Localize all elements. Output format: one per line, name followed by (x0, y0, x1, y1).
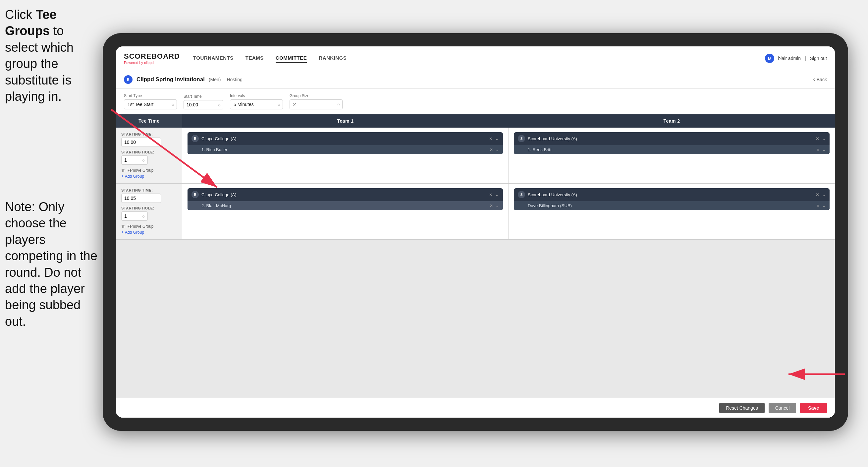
group-2-team2-player-1: Dave Billingham (SUB) ✕ ⌄ (514, 201, 830, 210)
group-1-left: STARTING TIME: STARTING HOLE: 🗑 Remove G… (116, 127, 182, 183)
group-1-team2-player-1-name: 1. Rees Britt (528, 147, 552, 152)
group-2-team1-name: Clippd College (A) (202, 192, 486, 197)
trash-icon: 🗑 (121, 168, 125, 173)
nav-links: TOURNAMENTS TEAMS COMMITTEE RANKINGS (193, 54, 765, 63)
group-2-team2-actions: ✕ ⌄ (816, 192, 826, 197)
nav-separator: | (805, 56, 806, 61)
intervals-select[interactable]: 5 Minutes (230, 99, 283, 109)
player-expand-icon-3[interactable]: ⌄ (496, 204, 499, 208)
group-2-team1-expand-icon[interactable]: ⌄ (495, 192, 499, 197)
player-remove-icon[interactable]: ✕ (490, 147, 493, 152)
group-2-team2-player-1-name: Dave Billingham (SUB) (528, 203, 572, 208)
player-remove-icon-3[interactable]: ✕ (490, 204, 493, 208)
group-2-team2-name: Scoreboard University (A) (528, 192, 813, 197)
group-1-team1-remove-icon[interactable]: ✕ (489, 136, 493, 141)
group-1-time-input[interactable] (121, 138, 161, 147)
nav-rankings[interactable]: RANKINGS (319, 54, 346, 63)
team1-col-header: Team 1 (182, 114, 508, 127)
group-1-team1-player-1: 1. Rich Butler ✕ ⌄ (187, 145, 503, 154)
group-2-actions: 🗑 Remove Group + Add Group (121, 224, 177, 235)
plus-icon-2: + (121, 230, 124, 235)
group-1-team1-header: B Clippd College (A) ✕ ⌄ (187, 132, 503, 145)
player-remove-icon-2[interactable]: ✕ (816, 147, 819, 152)
group-size-select[interactable]: 2 (289, 99, 343, 109)
group-1-actions: 🗑 Remove Group + Add Group (121, 168, 177, 179)
group-1-team2-remove-icon[interactable]: ✕ (816, 136, 819, 141)
group-1-team2-actions: ✕ ⌄ (816, 136, 826, 141)
start-time-label: Start Time (184, 94, 223, 99)
group-2-team1-cell: B Clippd College (A) ✕ ⌄ 2. Blair McHarg… (182, 184, 508, 239)
player-expand-icon[interactable]: ⌄ (496, 147, 499, 152)
group-1-team1-actions: ✕ ⌄ (489, 136, 499, 141)
group-1-team2-name: Scoreboard University (A) (528, 136, 813, 141)
group-2-team1-player-1: 2. Blair McHarg ✕ ⌄ (187, 201, 503, 210)
sub-header: B Clippd Spring Invitational (Men) Hosti… (116, 70, 835, 89)
group-2-team2-card[interactable]: S Scoreboard University (A) ✕ ⌄ Dave Bil… (514, 188, 830, 210)
start-type-label: Start Type (124, 93, 177, 98)
admin-avatar: B (765, 54, 774, 63)
sub-avatar: B (124, 75, 132, 84)
group-1-team2-card[interactable]: S Scoreboard University (A) ✕ ⌄ 1. Rees … (514, 132, 830, 154)
group-1-add-btn[interactable]: + Add Group (121, 174, 177, 179)
plus-icon: + (121, 174, 124, 179)
group-1-time-label: STARTING TIME: (121, 132, 177, 136)
sub-header-left: B Clippd Spring Invitational (Men) Hosti… (124, 75, 243, 84)
group-1-hole-label: STARTING HOLE: (121, 150, 177, 154)
group-2-team2-player-1-actions: ✕ ⌄ (816, 204, 826, 208)
group-1-team1-name: Clippd College (A) (202, 136, 486, 141)
tablet-screen: SCOREBOARD Powered by clippd TOURNAMENTS… (116, 47, 835, 418)
group-2-team1-badge: B (191, 191, 199, 198)
group-2-time-input[interactable] (121, 194, 161, 203)
group-2-add-btn[interactable]: + Add Group (121, 230, 177, 235)
player-expand-icon-2[interactable]: ⌄ (822, 147, 826, 152)
group-2-remove-btn[interactable]: 🗑 Remove Group (121, 224, 177, 229)
start-time-group: Start Time (184, 94, 223, 109)
group-1-team2-header: S Scoreboard University (A) ✕ ⌄ (514, 132, 830, 145)
reset-changes-button[interactable]: Reset Changes (719, 403, 765, 413)
trash-icon-2: 🗑 (121, 224, 125, 229)
nav-tournaments[interactable]: TOURNAMENTS (193, 54, 234, 63)
group-1-team2-badge: S (518, 135, 525, 142)
group-2: STARTING TIME: STARTING HOLE: 🗑 Remove G… (116, 184, 835, 240)
group-2-team1-actions: ✕ ⌄ (489, 192, 499, 197)
group-1-team1-expand-icon[interactable]: ⌄ (495, 136, 499, 141)
group-2-team2-remove-icon[interactable]: ✕ (816, 192, 819, 197)
nav-teams[interactable]: TEAMS (246, 54, 264, 63)
tee-time-col-header: Tee Time (116, 114, 182, 127)
main-content: Tee Time Team 1 Team 2 STARTING TIME: ST… (116, 114, 835, 398)
sign-out-link[interactable]: Sign out (810, 56, 827, 61)
group-2-team1-header: B Clippd College (A) ✕ ⌄ (187, 188, 503, 201)
group-2-left: STARTING TIME: STARTING HOLE: 🗑 Remove G… (116, 184, 182, 239)
tournament-name: Clippd Spring Invitational (136, 76, 205, 83)
group-size-label: Group Size (289, 93, 343, 98)
group-1-team1-player-1-actions: ✕ ⌄ (490, 147, 499, 152)
save-button[interactable]: Save (800, 403, 827, 413)
tablet-device: SCOREBOARD Powered by clippd TOURNAMENTS… (103, 33, 848, 431)
group-1-team1-cell: B Clippd College (A) ✕ ⌄ 1. Rich Butler … (182, 127, 508, 183)
back-button[interactable]: < Back (813, 77, 827, 82)
group-2-team2-header: S Scoreboard University (A) ✕ ⌄ (514, 188, 830, 201)
group-2-team1-remove-icon[interactable]: ✕ (489, 192, 493, 197)
start-type-select[interactable]: 1st Tee Start (124, 99, 177, 109)
group-2-team1-card[interactable]: B Clippd College (A) ✕ ⌄ 2. Blair McHarg… (187, 188, 503, 210)
save-arrow (779, 362, 851, 386)
group-2-team2-expand-icon[interactable]: ⌄ (822, 192, 826, 197)
group-1-team2-player-1-actions: ✕ ⌄ (816, 147, 826, 152)
nav-committee[interactable]: COMMITTEE (276, 54, 307, 63)
group-1-remove-btn[interactable]: 🗑 Remove Group (121, 168, 177, 173)
group-1-team1-player-1-name: 1. Rich Butler (202, 147, 227, 152)
instruction-text-main: Click Tee Groups to select which group t… (0, 0, 103, 111)
group-1-team1-card[interactable]: B Clippd College (A) ✕ ⌄ 1. Rich Butler … (187, 132, 503, 154)
cancel-button[interactable]: Cancel (769, 403, 797, 413)
group-2-team2-badge: S (518, 191, 525, 198)
player-remove-icon-4[interactable]: ✕ (816, 204, 819, 208)
tee-groups-bold: Tee Groups (5, 8, 57, 38)
group-2-hole-input[interactable] (121, 211, 148, 221)
group-1-team2-expand-icon[interactable]: ⌄ (822, 136, 826, 141)
group-1-hole-input[interactable] (121, 155, 148, 165)
group-2-team1-player-1-actions: ✕ ⌄ (490, 204, 499, 208)
start-type-group: Start Type 1st Tee Start (124, 93, 177, 109)
group-1: STARTING TIME: STARTING HOLE: 🗑 Remove G… (116, 127, 835, 184)
player-expand-icon-4[interactable]: ⌄ (822, 204, 826, 208)
start-time-input[interactable] (184, 100, 223, 109)
